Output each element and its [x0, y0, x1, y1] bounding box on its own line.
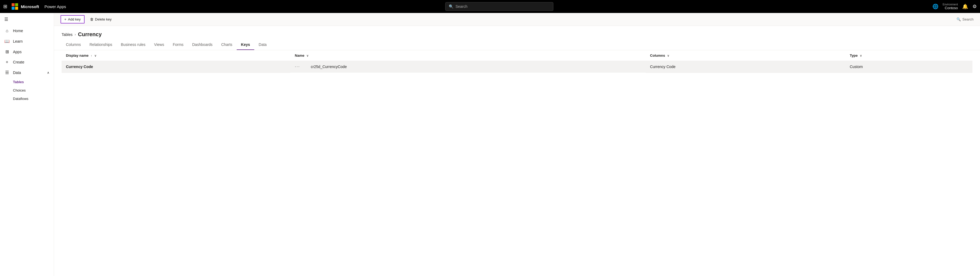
keys-table-container: Display name ↑ ∨ Name ∨ Columns ∨ [54, 50, 980, 73]
waffle-icon[interactable]: ⊞ [3, 3, 7, 10]
cell-row-menu: ··· cr25d_CurrencyCode [290, 61, 646, 73]
add-key-label: Add key [68, 17, 81, 21]
delete-key-label: Delete key [95, 17, 111, 21]
col-columns-label: Columns [650, 54, 665, 57]
sidebar-subitem-tables[interactable]: Tables [13, 78, 54, 86]
sidebar: ☰ ⌂ Home 📖 Learn ⊞ Apps + Create ☰ Data … [0, 13, 54, 276]
toolbar-search-icon: 🔍 [956, 17, 961, 21]
col-display-name-label: Display name [66, 54, 89, 57]
svg-rect-1 [15, 3, 18, 6]
display-name-value: Currency Code [66, 65, 93, 69]
tab-relationships[interactable]: Relationships [85, 40, 116, 50]
table-header: Display name ↑ ∨ Name ∨ Columns ∨ [62, 50, 972, 61]
sort-asc-icon: ↑ [91, 54, 92, 57]
settings-icon[interactable]: ⚙ [972, 3, 977, 10]
environment-name: Contoso [945, 6, 958, 10]
sidebar-learn-label: Learn [13, 39, 23, 43]
breadcrumb-parent[interactable]: Tables [62, 32, 72, 37]
col-type-sort-icon: ∨ [860, 54, 862, 57]
sidebar-item-learn[interactable]: 📖 Learn [0, 36, 54, 46]
col-type-label: Type [850, 54, 858, 57]
data-icon: ☰ [4, 70, 10, 75]
content-area: + Add key 🗑 Delete key 🔍 Search Tables ›… [54, 13, 980, 276]
learn-icon: 📖 [4, 39, 10, 44]
toolbar-search-label: Search [963, 17, 974, 21]
page-content: Tables › Currency Columns Relationships … [54, 26, 980, 276]
tab-columns[interactable]: Columns [62, 40, 85, 50]
tab-keys[interactable]: Keys [237, 40, 254, 50]
environment-info: Environment Contoso [943, 3, 958, 10]
breadcrumb-separator: › [75, 33, 76, 36]
toolbar: + Add key 🗑 Delete key 🔍 Search [54, 13, 980, 26]
col-name[interactable]: Name ∨ [290, 50, 646, 61]
search-container: 🔍 [70, 2, 928, 11]
topbar-right-section: 🌐 Environment Contoso 🔔 ⚙ [932, 3, 977, 10]
sidebar-data-label: Data [13, 70, 21, 75]
global-search-box[interactable]: 🔍 [445, 2, 554, 11]
tab-data[interactable]: Data [254, 40, 271, 50]
microsoft-logo-icon [12, 3, 18, 10]
home-icon: ⌂ [4, 29, 10, 33]
col-columns[interactable]: Columns ∨ [646, 50, 845, 61]
create-icon: + [4, 60, 10, 65]
data-expand-chevron: ∧ [47, 71, 49, 75]
microsoft-logo: Microsoft [12, 3, 39, 10]
col-columns-sort-icon: ∨ [667, 54, 669, 57]
notification-icon[interactable]: 🔔 [962, 3, 968, 10]
microsoft-label: Microsoft [21, 4, 39, 9]
sidebar-item-home[interactable]: ⌂ Home [0, 25, 54, 36]
name-value: cr25d_CurrencyCode [311, 65, 347, 69]
hamburger-button[interactable]: ☰ [0, 13, 54, 25]
toolbar-search-button[interactable]: 🔍 Search [956, 17, 974, 21]
sidebar-subitem-choices[interactable]: Choices [13, 86, 54, 95]
delete-key-button[interactable]: 🗑 Delete key [87, 16, 115, 23]
row-context-menu[interactable]: ··· [295, 64, 300, 69]
cell-columns: Currency Code [646, 61, 845, 73]
environment-icon[interactable]: 🌐 [932, 3, 939, 10]
sidebar-apps-label: Apps [13, 50, 22, 54]
svg-rect-0 [12, 3, 14, 6]
global-search-input[interactable] [455, 4, 550, 9]
table-row[interactable]: Currency Code ··· cr25d_CurrencyCode Cur… [62, 61, 972, 73]
topbar: ⊞ Microsoft Power Apps 🔍 🌐 Environment C… [0, 0, 980, 13]
sidebar-create-label: Create [13, 60, 24, 64]
sidebar-home-label: Home [13, 29, 23, 33]
tab-forms[interactable]: Forms [168, 40, 188, 50]
apps-icon: ⊞ [4, 49, 10, 54]
main-layout: ☰ ⌂ Home 📖 Learn ⊞ Apps + Create ☰ Data … [0, 13, 980, 276]
tabs-bar: Columns Relationships Business rules Vie… [54, 40, 980, 50]
sidebar-item-data[interactable]: ☰ Data ∧ [0, 67, 54, 78]
environment-label: Environment [943, 3, 958, 6]
tab-business-rules[interactable]: Business rules [116, 40, 150, 50]
svg-rect-3 [15, 7, 18, 10]
search-icon: 🔍 [449, 4, 453, 9]
sidebar-subitem-dataflows[interactable]: Dataflows [13, 95, 54, 103]
col-dropdown-icon[interactable]: ∨ [94, 54, 97, 57]
table-body: Currency Code ··· cr25d_CurrencyCode Cur… [62, 61, 972, 73]
add-icon: + [64, 17, 67, 21]
cell-type: Custom [845, 61, 972, 73]
tab-dashboards[interactable]: Dashboards [188, 40, 217, 50]
tab-charts[interactable]: Charts [217, 40, 237, 50]
add-key-button[interactable]: + Add key [60, 15, 84, 24]
app-name-label: Power Apps [45, 4, 66, 9]
delete-icon: 🗑 [90, 17, 94, 21]
col-name-sort-icon: ∨ [306, 54, 309, 57]
sidebar-item-create[interactable]: + Create [0, 57, 54, 67]
cell-display-name: Currency Code [62, 61, 290, 73]
breadcrumb-current: Currency [78, 31, 102, 38]
col-display-name[interactable]: Display name ↑ ∨ [62, 50, 290, 61]
tab-views[interactable]: Views [150, 40, 168, 50]
keys-table: Display name ↑ ∨ Name ∨ Columns ∨ [62, 50, 972, 73]
col-name-label: Name [295, 54, 304, 57]
svg-rect-2 [12, 7, 14, 10]
sidebar-item-apps[interactable]: ⊞ Apps [0, 46, 54, 57]
sidebar-data-subitems: Tables Choices Dataflows [0, 78, 54, 103]
col-type[interactable]: Type ∨ [845, 50, 972, 61]
breadcrumb: Tables › Currency [54, 26, 980, 40]
